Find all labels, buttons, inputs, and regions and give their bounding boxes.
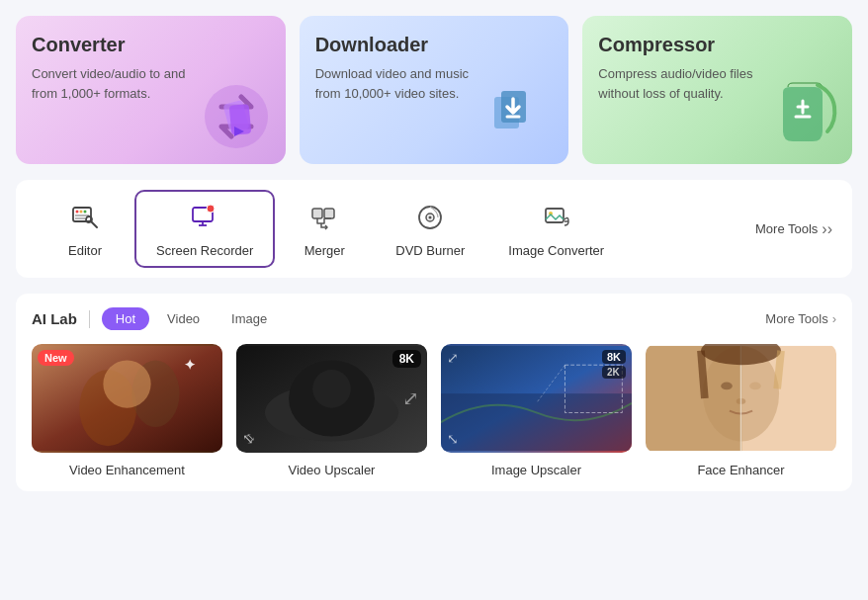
video-upscaler-label: Video Upscaler	[289, 463, 376, 477]
compressor-title: Compressor	[598, 34, 836, 56]
face-enhancer-label: Face Enhancer	[697, 463, 784, 477]
ai-card-video-upscaler[interactable]: ⤡ ⤢ 8K ⤡ ⤢ Video Upscaler	[236, 344, 427, 477]
converter-desc: Convert video/audio to and from 1,000+ f…	[32, 64, 186, 103]
editor-icon	[67, 200, 103, 235]
converter-card[interactable]: Converter Convert video/audio to and fro…	[16, 16, 286, 164]
compressor-icon	[763, 77, 842, 156]
ai-card-face-enhancer[interactable]: Face Enhancer	[646, 344, 836, 477]
ai-lab-header: AI Lab Hot Video Image More Tools ›	[32, 307, 836, 330]
tool-merger[interactable]: Merger	[275, 190, 374, 268]
tool-editor[interactable]: Editor	[36, 190, 134, 268]
svg-rect-24	[546, 209, 564, 222]
tool-dvd-burner[interactable]: DVD Burner	[374, 190, 486, 268]
screen-recorder-icon	[187, 200, 222, 235]
svg-point-17	[207, 205, 215, 213]
face-enhancer-thumbnail	[646, 344, 836, 453]
compressor-card[interactable]: Compressor Compress audio/video files wi…	[582, 16, 852, 164]
converter-title: Converter	[32, 34, 270, 56]
svg-point-44	[721, 383, 733, 390]
ai-lab-divider	[89, 310, 90, 328]
converter-icon	[197, 77, 276, 156]
svg-point-7	[76, 211, 79, 214]
ai-card-image-upscaler[interactable]: 8K 2K ⤡ ⤢ Image Upscaler	[441, 344, 632, 477]
arrow-right-icon: ⤢	[402, 386, 419, 410]
expand-icon: ⤡	[242, 431, 254, 447]
ai-cards-row: ✦ New Video Enhancement	[32, 344, 836, 477]
svg-point-23	[429, 216, 432, 219]
more-tools-button[interactable]: More Tools ››	[755, 220, 832, 238]
expand-arrows2-icon: ⤢	[447, 350, 459, 366]
video-enhancement-thumbnail: ✦ New	[32, 344, 222, 453]
downloader-icon	[479, 77, 559, 156]
tool-screen-recorder[interactable]: Screen Recorder	[134, 190, 275, 268]
svg-point-8	[80, 211, 83, 214]
svg-rect-39	[441, 393, 632, 451]
dvd-burner-icon	[412, 200, 448, 235]
video-upscaler-thumbnail: ⤡ ⤢ 8K ⤡ ⤢	[236, 344, 427, 453]
expand-arrows-icon: ⤡	[447, 431, 459, 447]
downloader-card[interactable]: Downloader Download video and music from…	[300, 16, 569, 164]
ai-more-tools-button[interactable]: More Tools ›	[765, 311, 836, 326]
image-upscaler-thumbnail: 8K 2K ⤡ ⤢	[441, 344, 632, 453]
svg-point-30	[103, 360, 150, 407]
svg-point-9	[84, 211, 87, 214]
video-enhancement-label: Video Enhancement	[69, 463, 185, 477]
svg-rect-18	[312, 209, 322, 218]
tools-row: Editor Screen Recorder	[16, 180, 852, 278]
8k-badge: 8K	[392, 350, 421, 368]
resolution-badge: 8K 2K	[602, 350, 626, 379]
main-container: Converter Convert video/audio to and fro…	[0, 0, 868, 507]
top-cards-row: Converter Convert video/audio to and fro…	[16, 16, 852, 164]
compressor-desc: Compress audio/video files without loss …	[598, 64, 752, 103]
ai-lab-section: AI Lab Hot Video Image More Tools ›	[16, 294, 852, 491]
new-badge: New	[38, 350, 74, 366]
svg-text:✦: ✦	[184, 358, 196, 373]
tab-hot[interactable]: Hot	[102, 307, 149, 330]
image-converter-label: Image Converter	[508, 243, 604, 258]
svg-rect-19	[324, 209, 334, 218]
more-tools-label: More Tools	[755, 221, 818, 236]
image-upscaler-label: Image Upscaler	[491, 463, 581, 477]
svg-point-45	[749, 383, 761, 390]
dvd-burner-label: DVD Burner	[395, 243, 465, 258]
svg-rect-6	[73, 208, 91, 221]
editor-label: Editor	[68, 243, 102, 258]
ai-more-tools-label: More Tools	[765, 311, 827, 326]
downloader-desc: Download video and music from 10,000+ vi…	[315, 64, 470, 103]
merger-icon	[306, 200, 342, 235]
ai-card-video-enhancement[interactable]: ✦ New Video Enhancement	[32, 344, 222, 477]
tab-video[interactable]: Video	[153, 307, 214, 330]
screen-recorder-label: Screen Recorder	[156, 243, 253, 258]
ai-lab-title: AI Lab	[32, 310, 77, 327]
ai-more-tools-arrow: ›	[832, 311, 836, 326]
image-converter-icon	[539, 200, 574, 235]
svg-line-12	[91, 221, 97, 227]
downloader-title: Downloader	[315, 34, 554, 56]
svg-point-35	[312, 370, 351, 408]
tool-image-converter[interactable]: Image Converter	[486, 190, 626, 268]
merger-label: Merger	[304, 243, 345, 258]
chevron-right-icon: ››	[822, 220, 832, 238]
tab-image[interactable]: Image	[217, 307, 281, 330]
